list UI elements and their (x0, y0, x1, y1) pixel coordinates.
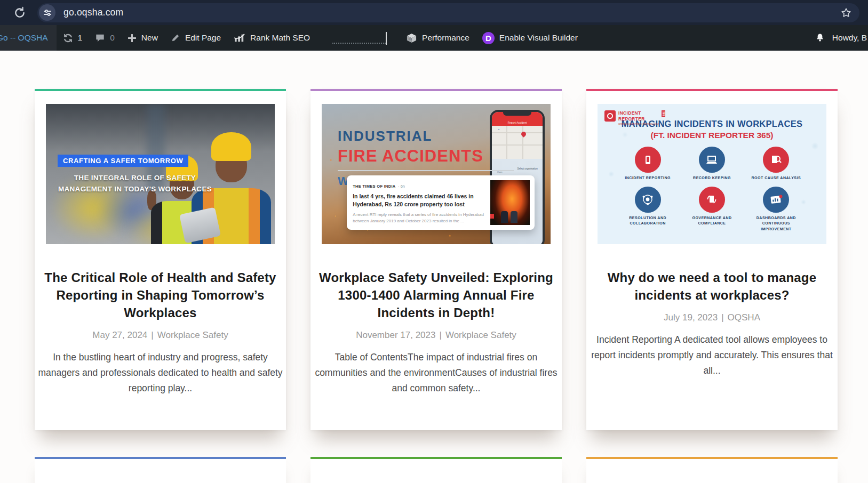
card-accent (310, 89, 562, 91)
post-category[interactable]: Workplace Safety (445, 330, 516, 340)
post-card-4[interactable] (35, 457, 286, 483)
post-category[interactable]: Workplace Safety (157, 330, 228, 340)
svg-text:W3: W3 (409, 37, 412, 40)
admin-bar-site-name[interactable]: Go -- OQSHA (0, 25, 57, 51)
admin-bar-performance[interactable]: W3 Performance (400, 25, 476, 51)
card-accent (35, 457, 286, 459)
post-thumbnail-2[interactable]: INDUSTRIAL FIRE ACCIDENTS What You Need … (322, 104, 551, 244)
news-body: A recent RTI reply reveals that a series… (353, 212, 484, 224)
card-accent (310, 457, 562, 459)
admin-bar-account[interactable]: Howdy, B (815, 25, 868, 51)
image-badge: CRAFTING A SAFER TOMORROW (58, 155, 188, 167)
admin-bar-comments[interactable]: 0 (89, 25, 121, 51)
comments-count: 0 (110, 33, 115, 43)
page-content: CRAFTING A SAFER TOMORROW THE INTEGRAL R… (0, 51, 868, 483)
post-card-2: INDUSTRIAL FIRE ACCIDENTS What You Need … (310, 89, 562, 430)
post-grid: CRAFTING A SAFER TOMORROW THE INTEGRAL R… (35, 89, 838, 430)
url-text[interactable]: go.oqsha.com (63, 7, 123, 18)
news-snippet-card: THE TIMES OF INDIA · 6h In last 4 yrs, f… (347, 175, 535, 229)
card-accent (35, 89, 286, 91)
post-date: July 19, 2023 (664, 312, 718, 323)
post-date: May 27, 2024 (92, 330, 147, 340)
tune-icon (43, 9, 52, 17)
governance-compliance-icon (699, 187, 725, 213)
root-cause-analysis-icon (763, 147, 789, 173)
post-card-1: CRAFTING A SAFER TOMORROW THE INTEGRAL R… (35, 89, 286, 430)
news-source: THE TIMES OF INDIA (353, 184, 395, 189)
news-time: · 6h (398, 184, 405, 189)
site-info-button[interactable] (39, 4, 55, 21)
post-meta: November 17, 2023|Workplace Safety (310, 330, 562, 341)
divi-icon: D (482, 32, 495, 44)
map-pin (521, 131, 528, 138)
updates-count: 1 (78, 33, 83, 43)
resolution-collaboration-icon (635, 187, 661, 213)
w3-cube-icon: W3 (406, 33, 417, 44)
bell-icon[interactable] (815, 33, 825, 43)
image-heading: INDUSTRIAL (338, 128, 514, 144)
updates-icon (63, 33, 73, 43)
post-card-3: INCIDENT REPORTER WWW.INCIDENTREPORTER36… (586, 89, 838, 430)
post-card-6[interactable] (586, 457, 838, 483)
card-accent (586, 457, 838, 459)
incident-reporting-icon (635, 147, 661, 173)
incident-reporter-logo: INCIDENT REPORTER WWW.INCIDENTREPORTER36… (604, 110, 665, 125)
post-title[interactable]: The Critical Role of Health and Safety R… (41, 269, 280, 321)
post-date: November 17, 2023 (356, 330, 435, 340)
post-thumbnail-1[interactable]: CRAFTING A SAFER TOMORROW THE INTEGRAL R… (46, 104, 275, 244)
howdy-label[interactable]: Howdy, B (832, 33, 867, 43)
record-keeping-icon (699, 147, 725, 173)
phone-panel-label: Select organisation (517, 167, 538, 170)
admin-bar-rank-math[interactable]: Rank Math SEO (227, 25, 316, 51)
post-excerpt: Table of ContentsThe impact of industria… (314, 350, 559, 396)
plus-icon (128, 34, 137, 43)
post-excerpt: Incident Reporting A dedicated tool allo… (590, 332, 834, 379)
address-bar[interactable]: go.oqsha.com (37, 3, 859, 22)
admin-bar-visual-builder[interactable]: D Enable Visual Builder (476, 25, 584, 51)
admin-bar-edit-page[interactable]: Edit Page (164, 25, 227, 51)
news-headline: In last 4 yrs, fire accidents claimed 46… (353, 192, 484, 208)
post-grid-next-row (35, 457, 838, 483)
browser-toolbar: go.oqsha.com (0, 0, 868, 25)
post-thumbnail-3[interactable]: INCIDENT REPORTER WWW.INCIDENTREPORTER36… (598, 104, 826, 244)
admin-bar-updates[interactable]: 1 (57, 25, 89, 51)
rank-math-score-field[interactable] (332, 32, 386, 44)
image-caption: THE INTEGRAL ROLE OF SAFETY MANAGEMENT I… (52, 172, 218, 195)
post-title[interactable]: Why do we need a tool to manage incident… (593, 269, 831, 304)
pencil-icon (171, 33, 180, 43)
admin-bar-new[interactable]: New (121, 25, 164, 51)
post-title[interactable]: Workplace Safety Unveiled: Exploring 130… (317, 269, 555, 321)
bookmark-star-icon[interactable] (840, 7, 852, 19)
post-card-5[interactable] (310, 457, 562, 483)
card-accent (586, 89, 838, 91)
wp-admin-bar: Go -- OQSHA 1 0 New Edit Page Rank Math … (0, 25, 868, 51)
post-category[interactable]: OQSHA (728, 312, 760, 323)
dashboards-improvement-icon (763, 187, 789, 213)
infographic-subtitle: (FT. INCIDENT REPORTER 365) (598, 131, 826, 140)
rank-math-icon (234, 33, 245, 43)
post-meta: July 19, 2023|OQSHA (586, 312, 838, 323)
comments-icon (95, 33, 105, 43)
image-heading: FIRE ACCIDENTS (338, 147, 514, 166)
reload-icon[interactable] (13, 6, 27, 20)
post-meta: May 27, 2024|Workplace Safety (35, 330, 286, 341)
news-fire-photo (490, 180, 530, 224)
post-excerpt: In the bustling heart of industry and pr… (38, 350, 283, 396)
